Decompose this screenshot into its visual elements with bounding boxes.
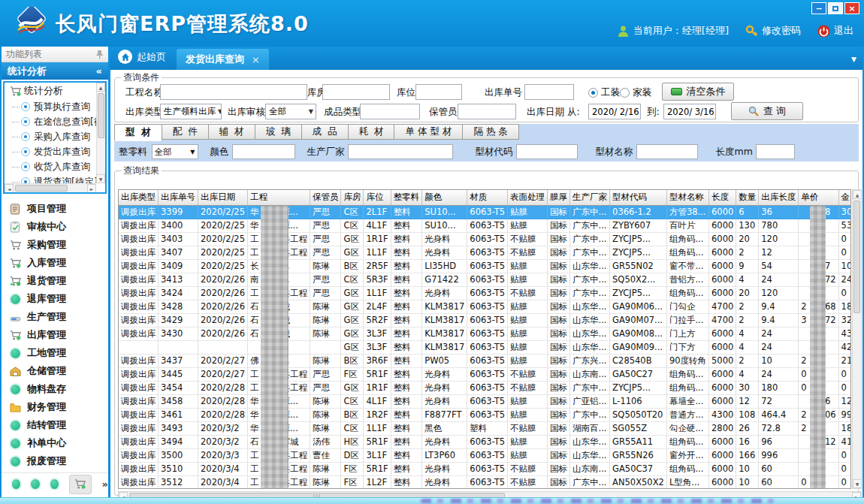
table-row[interactable]: 调拨出库34242020/2/26工共工程严思G区1L1F整料光身料6063-T… — [119, 286, 851, 300]
close-button[interactable]: × — [844, 2, 859, 14]
column-header[interactable]: 表面处理 — [508, 190, 548, 205]
warehouse-input[interactable] — [322, 84, 390, 100]
column-header[interactable]: 颜色 — [422, 190, 467, 205]
material-tab[interactable]: 隔 热 条 — [463, 124, 518, 140]
out-type-select[interactable]: 生产领料出库▼ — [160, 104, 222, 119]
column-header[interactable]: 库房 — [341, 190, 364, 205]
color-input[interactable] — [232, 144, 295, 159]
table-row[interactable]: 调拨出库34302020/2/26石城陈琳G区3L3F整料KLM38176063… — [119, 327, 851, 340]
column-header[interactable]: 工程 — [247, 190, 310, 205]
sidebar-item-补单中心[interactable]: 补单中心 — [2, 434, 108, 452]
sidebar-tree-item[interactable]: 采购入库查询 — [5, 129, 96, 144]
sidebar-tree-item[interactable]: 预算执行查询 — [5, 99, 96, 114]
table-row[interactable]: G区3L3F整料KLM38176063-T5贴膜国标山东华...GA90M09.… — [119, 340, 851, 354]
material-tab[interactable]: 成 品 — [302, 124, 349, 140]
table-row[interactable]: 调拨出库34582020/2/28华原...陈琳C区4L1F整料光身料6063-… — [119, 394, 851, 408]
date-to-select[interactable]: 2020/ 3/16▼ — [663, 104, 716, 119]
column-header[interactable]: 出库单号 — [159, 190, 198, 205]
keeper-input[interactable] — [458, 104, 516, 119]
sidebar-item-工地管理[interactable]: 工地管理 — [2, 344, 108, 362]
column-header[interactable]: 膜厚 — [548, 190, 570, 205]
sidebar-tree-item[interactable]: 收货入库查询 — [5, 159, 96, 174]
sidebar-item-采购管理[interactable]: 采购管理 — [2, 236, 108, 254]
table-vertical-scrollbar[interactable]: ▲ ▼ — [852, 189, 862, 489]
tab-shipment-outbound-query[interactable]: 发货出库查询 × — [177, 49, 269, 70]
search-button[interactable]: 查 询 — [731, 102, 803, 120]
radio-industrial[interactable]: 工装 — [588, 86, 620, 99]
table-row[interactable]: 调拨出库34072020/2/25工共工程严思G区1L1F整料光身料6063-T… — [119, 246, 851, 259]
profile-code-input[interactable] — [516, 144, 578, 159]
sidebar-item-物料盘存[interactable]: 物料盘存 — [2, 380, 108, 398]
project-name-input[interactable] — [160, 84, 307, 100]
profile-name-input[interactable] — [636, 144, 698, 159]
location-input[interactable] — [415, 84, 462, 100]
column-header[interactable]: 长度 — [709, 190, 736, 205]
order-no-input[interactable] — [524, 84, 574, 100]
material-tab[interactable]: 耗 材 — [349, 124, 395, 140]
scroll-up-icon[interactable]: ▲ — [853, 190, 862, 199]
dot-icon[interactable] — [31, 479, 39, 489]
column-header[interactable]: 保管员 — [310, 190, 341, 205]
table-row[interactable]: 调拨出库34942020/3/2石辉城汤伟H区5R1F整料光身料6063-T5贴… — [119, 435, 851, 448]
table-row[interactable]: 调拨出库34002020/2/25华原...严思C区4L1F整料SU10...6… — [119, 219, 851, 232]
maximize-button[interactable] — [828, 2, 843, 14]
column-header[interactable]: 型材名称 — [666, 190, 708, 205]
sidebar-item-退货管理[interactable]: 退货管理 — [2, 272, 108, 290]
radio-home[interactable]: 家装 — [620, 86, 651, 99]
audit-select[interactable]: 全部▼ — [265, 104, 316, 119]
length-input[interactable] — [756, 144, 795, 159]
material-tab[interactable]: 玻 璃 — [255, 124, 302, 140]
column-header[interactable]: 出库类型 — [119, 190, 159, 205]
sidebar-item-报废管理[interactable]: 报废管理 — [2, 452, 108, 470]
column-header[interactable]: 生产厂家 — [570, 190, 610, 205]
table-row[interactable]: 调拨出库34132020/2/26南...严思C区5R3F整料G71422606… — [119, 273, 851, 286]
section-header-statistics[interactable]: 统计分析 « — [2, 62, 108, 80]
sidebar-item-出库管理[interactable]: 出库管理 — [2, 326, 108, 344]
table-row[interactable]: 调拨出库35102020/3/4工共工程陈琳F区5R1F整料光身料6063-T5… — [119, 462, 851, 475]
table-row[interactable]: 调拨出库34282020/2/26石城陈琳G区2L4F整料KLM38176063… — [119, 300, 851, 313]
change-password[interactable]: 修改密码 — [745, 24, 801, 38]
table-row[interactable]: 调拨出库34542020/2/28工共工程严思G区1R1F整料光身料6063-T… — [119, 381, 851, 394]
column-header[interactable]: 金 — [838, 190, 851, 205]
material-tab[interactable]: 配 件 — [162, 124, 209, 140]
column-header[interactable]: 出库长度 — [759, 190, 799, 205]
sidebar-item-仓储管理[interactable]: 仓储管理 — [2, 362, 108, 380]
table-row[interactable]: 调拨出库34372020/2/27佛...陈琳B区3R6F整料PW056063-… — [119, 354, 851, 367]
material-tab[interactable]: 单 体 型 材 — [394, 124, 463, 140]
table-row[interactable]: 调拨出库35002020/3/3工共工程曹佳D区3L1F整料LT3P606063… — [119, 448, 851, 462]
sidebar-item-生产管理[interactable]: 生产管理 — [2, 308, 108, 326]
scroll-left-icon[interactable]: ◄ — [5, 184, 14, 193]
table-row[interactable]: 调拨出库34092020/2/25长...陈琳B区2R5F整料LI35HD606… — [119, 259, 851, 273]
column-header[interactable]: 出库日期 — [198, 190, 248, 205]
sidebar-item-财务管理[interactable]: 财务管理 — [2, 398, 108, 416]
dot-icon[interactable] — [50, 479, 59, 489]
material-tab[interactable]: 辅 材 — [209, 124, 255, 140]
table-row[interactable]: 调拨出库34932020/3/2华原...陈琳C区1L1F整料黑色塑料不贴膜国标… — [119, 421, 851, 435]
logout[interactable]: 退出 — [817, 24, 853, 38]
tree-horizontal-scrollbar[interactable]: ◄ ► — [5, 183, 96, 192]
pin-icon[interactable] — [95, 50, 104, 59]
clear-conditions-button[interactable]: 清空条件 — [662, 83, 734, 101]
scroll-down-icon[interactable]: ▼ — [96, 174, 105, 183]
table-row[interactable]: 调拨出库34612020/2/28华原...陈琳B区1R2F整料F8877FT6… — [119, 408, 851, 421]
cart-shortcut-button[interactable] — [69, 475, 92, 494]
minimize-button[interactable]: − — [811, 2, 826, 14]
sidebar-item-退库管理[interactable]: 退库管理 — [2, 290, 108, 308]
sidebar-tree-item[interactable]: 在途信息查询[待 — [5, 114, 96, 129]
whole-part-select[interactable]: 全部▼ — [152, 144, 198, 159]
tree-hscroll-thumb[interactable] — [15, 185, 68, 192]
column-header[interactable]: 型材代码 — [610, 190, 667, 205]
tree-root-statistics[interactable]: 统计分析 — [5, 83, 96, 99]
column-header[interactable]: 材质 — [467, 190, 508, 205]
table-row[interactable]: 调拨出库33992020/2/25华原...严思C区2L1F整料SU10...6… — [119, 205, 851, 219]
tree-scroll-thumb[interactable] — [98, 93, 104, 138]
tab-home[interactable]: 起始页 — [110, 50, 177, 70]
table-vscroll-thumb[interactable] — [853, 201, 860, 313]
sidebar-item-入库管理[interactable]: 入库管理 — [2, 254, 108, 272]
column-header[interactable]: 单价 — [799, 190, 838, 205]
product-type-input[interactable] — [360, 104, 420, 119]
tab-list-dropdown-icon[interactable]: ▼ — [851, 56, 856, 63]
table-row[interactable]: 调拨出库34292020/2/26石城陈琳G区5R2F整料KLM38176063… — [119, 313, 851, 327]
collapse-icon[interactable]: « — [96, 62, 102, 80]
table-row[interactable]: 调拨出库35122020/3/4工共工程陈琳F区1L2F整料光身料6063-T5… — [119, 475, 851, 489]
